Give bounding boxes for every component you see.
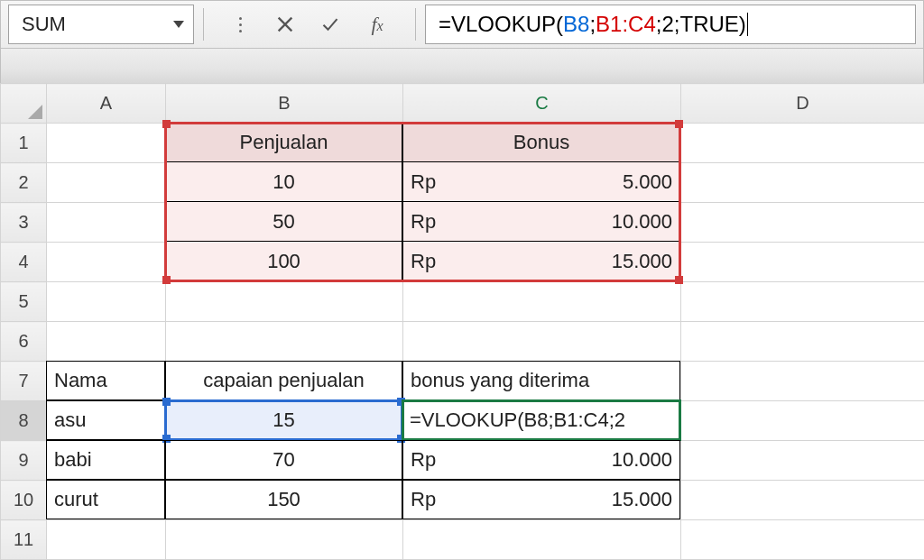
col-header-b[interactable]: B bbox=[166, 84, 403, 124]
cell-c10[interactable]: Rp15.000 bbox=[402, 480, 680, 519]
text-cursor bbox=[747, 13, 748, 36]
divider bbox=[415, 8, 416, 41]
cell-c7[interactable]: bonus yang diterima bbox=[402, 361, 680, 400]
cell-c1[interactable]: Bonus bbox=[402, 123, 680, 162]
spreadsheet[interactable]: A B C D 1 2 3 4 5 6 7 8 9 10 11 Penjuala… bbox=[0, 83, 924, 560]
cell-b7[interactable]: capaian penjualan bbox=[165, 361, 402, 400]
row-header[interactable]: 11 bbox=[1, 520, 47, 560]
cell-b3[interactable]: 50 bbox=[165, 202, 402, 242]
formula-input[interactable]: =VLOOKUP(B8;B1:C4;2;TRUE) bbox=[425, 5, 916, 44]
row-header[interactable]: 3 bbox=[1, 203, 47, 243]
row-header[interactable]: 6 bbox=[1, 322, 47, 362]
select-all-corner[interactable] bbox=[1, 84, 47, 124]
formula-text: =VLOOKUP( bbox=[439, 12, 563, 37]
fx-icon[interactable]: fx bbox=[365, 13, 390, 36]
cell-a10[interactable]: curut bbox=[46, 480, 165, 519]
cell-a8[interactable]: asu bbox=[46, 400, 165, 440]
row-header[interactable]: 2 bbox=[1, 163, 47, 203]
cell-a9[interactable]: babi bbox=[46, 440, 165, 480]
cell-c3[interactable]: Rp10.000 bbox=[402, 202, 680, 242]
ribbon-gap bbox=[0, 49, 924, 83]
confirm-icon[interactable] bbox=[319, 14, 341, 35]
row-header[interactable]: 8 bbox=[1, 401, 47, 441]
cell-b1[interactable]: Penjualan bbox=[165, 123, 402, 162]
col-header-d[interactable]: D bbox=[681, 84, 925, 124]
row-header[interactable]: 1 bbox=[1, 124, 47, 163]
cell-c4[interactable]: Rp15.000 bbox=[402, 242, 680, 281]
cell-b10[interactable]: 150 bbox=[165, 480, 402, 519]
cell-c8-value: =VLOOKUP(B8;B1:C4;2 bbox=[410, 409, 625, 432]
formula-arg2: B1:C4 bbox=[596, 12, 656, 37]
cell-b4[interactable]: 100 bbox=[165, 242, 402, 281]
formula-arg1: B8 bbox=[563, 12, 589, 37]
formula-bar: SUM fx =VLOOKUP(B8;B1:C4;2;TRUE) bbox=[0, 0, 924, 49]
cell-b8-bg[interactable] bbox=[165, 400, 402, 440]
cell-c2[interactable]: Rp5.000 bbox=[402, 162, 680, 202]
row-header[interactable]: 5 bbox=[1, 282, 47, 322]
name-box[interactable]: SUM bbox=[8, 5, 194, 44]
more-icon[interactable] bbox=[229, 14, 251, 35]
cell-b9[interactable]: 70 bbox=[165, 440, 402, 480]
name-box-dropdown-icon[interactable] bbox=[173, 21, 184, 28]
row-header[interactable]: 4 bbox=[1, 243, 47, 282]
row-header[interactable]: 10 bbox=[1, 481, 47, 520]
col-header-a[interactable]: A bbox=[47, 84, 166, 124]
cell-a7[interactable]: Nama bbox=[46, 361, 165, 400]
row-header[interactable]: 7 bbox=[1, 362, 47, 401]
name-box-value: SUM bbox=[22, 13, 66, 36]
cell-c9[interactable]: Rp10.000 bbox=[402, 440, 680, 480]
col-header-c[interactable]: C bbox=[403, 84, 681, 124]
divider bbox=[203, 8, 204, 41]
cancel-icon[interactable] bbox=[274, 14, 296, 35]
active-cell-c8[interactable]: =VLOOKUP(B8;B1:C4;2 bbox=[402, 399, 681, 441]
cell-b2[interactable]: 10 bbox=[165, 162, 402, 202]
formula-bar-controls: fx bbox=[213, 13, 406, 36]
row-header[interactable]: 9 bbox=[1, 441, 47, 481]
